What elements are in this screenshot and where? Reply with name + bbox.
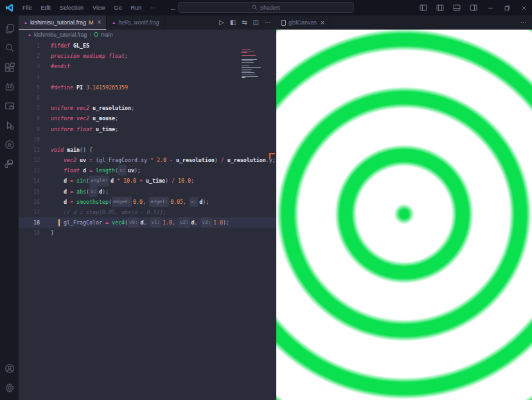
code-token: GL_ES bbox=[73, 41, 89, 51]
code-line[interactable]: 13 float d = length(x:uv); bbox=[19, 165, 276, 176]
code-token: abs bbox=[76, 186, 86, 197]
tab-close-icon[interactable]: × bbox=[98, 19, 102, 26]
open-preview-icon[interactable]: ◧ bbox=[230, 19, 236, 26]
extensions-icon[interactable] bbox=[0, 58, 19, 77]
minimap-line bbox=[242, 76, 258, 77]
code-token: float bbox=[109, 51, 125, 61]
code-line[interactable]: 19} bbox=[19, 228, 276, 238]
git-modified-badge: M bbox=[89, 19, 94, 26]
code-line[interactable]: 6 bbox=[19, 93, 276, 103]
line-number: 17 bbox=[19, 207, 51, 217]
inlay-hint: edge1: bbox=[149, 197, 169, 207]
line-number: 6 bbox=[19, 93, 51, 103]
glsl-file-icon: ▲ bbox=[24, 21, 28, 24]
code-line[interactable]: 8uniform vec2 u_mouse; bbox=[19, 113, 276, 123]
run-shader-icon[interactable]: ▷ bbox=[219, 19, 224, 26]
menu-go[interactable]: Go bbox=[109, 0, 126, 15]
code-line[interactable]: 15 d = abs(x:d); bbox=[19, 186, 276, 197]
code-token: ; bbox=[131, 103, 134, 113]
breadcrumb-file[interactable]: kishimisu_tutorial.frag bbox=[34, 32, 87, 38]
code-line[interactable]: 12 vec2 uv = (gl_FragCoord.xy * 2.0 - u_… bbox=[19, 155, 276, 165]
line-number: 9 bbox=[19, 124, 51, 134]
tab-label: glslCanvas bbox=[288, 19, 317, 26]
code-token: ; bbox=[125, 51, 128, 61]
code-line[interactable]: 18 gl_FragColor = vec4(v0:d, v1:1.0, v2:… bbox=[19, 217, 276, 228]
glsl-canvas-extension-icon[interactable] bbox=[0, 77, 19, 96]
explorer-icon[interactable] bbox=[0, 19, 19, 39]
breadcrumb: ▲ kishimisu_tutorial.frag › main bbox=[19, 30, 276, 39]
code-line[interactable]: 16 d = smoothstep(edge0:0.0, edge1:0.05,… bbox=[19, 197, 276, 207]
code-line[interactable]: 17 // d = step(0.05, abs(d - 0.5)); bbox=[19, 207, 276, 217]
code-token: float bbox=[76, 124, 93, 134]
r-language-icon[interactable]: R bbox=[0, 135, 19, 154]
code-token: length bbox=[96, 165, 115, 176]
glsl-canvas-output[interactable] bbox=[276, 30, 532, 400]
restore-icon[interactable] bbox=[499, 0, 515, 15]
toggle-panel-icon[interactable] bbox=[448, 0, 465, 15]
line-number: 8 bbox=[19, 113, 51, 123]
line-number: 12 bbox=[19, 155, 51, 165]
inlay-hint: angle: bbox=[89, 176, 109, 186]
code-editor[interactable]: 1#ifdef GL_ES2precision mediump float;3#… bbox=[19, 39, 276, 400]
code-line[interactable]: 3#endif bbox=[19, 61, 276, 71]
close-icon[interactable] bbox=[515, 0, 532, 15]
menu-more[interactable]: ⋯ bbox=[146, 0, 161, 15]
settings-gear-icon[interactable] bbox=[0, 378, 19, 397]
menu-view[interactable]: View bbox=[88, 0, 109, 15]
code-line[interactable]: 7uniform vec2 u_resolution; bbox=[19, 103, 276, 113]
inlay-hint: v3: bbox=[201, 217, 213, 228]
nav-back-icon[interactable]: ← bbox=[170, 5, 177, 12]
code-token: 1.0 bbox=[213, 217, 223, 228]
code-token bbox=[51, 165, 64, 176]
code-line[interactable]: 11void main() { bbox=[19, 145, 276, 155]
code-line[interactable]: 1#ifdef GL_ES bbox=[19, 41, 276, 51]
menu-edit[interactable]: Edit bbox=[37, 0, 56, 15]
sync-icon[interactable]: ⇆ bbox=[242, 19, 247, 26]
menu-selection[interactable]: Selection bbox=[55, 0, 88, 15]
code-line[interactable]: 10 bbox=[19, 134, 276, 145]
minimap-line bbox=[242, 77, 245, 78]
code-token: uniform bbox=[51, 103, 73, 113]
command-center[interactable]: Shaders bbox=[178, 2, 354, 13]
breadcrumb-separator: › bbox=[89, 32, 91, 38]
code-token bbox=[51, 217, 64, 228]
more-actions-icon[interactable]: ⋯ bbox=[520, 19, 527, 26]
code-lines: 1#ifdef GL_ES2precision mediump float;3#… bbox=[19, 41, 276, 239]
toggle-secondary-sidebar-icon[interactable] bbox=[465, 0, 482, 15]
search-icon[interactable] bbox=[0, 39, 19, 58]
menu-run[interactable]: Run bbox=[126, 0, 146, 15]
line-number: 14 bbox=[19, 176, 51, 186]
menu-file[interactable]: File bbox=[18, 0, 37, 15]
tab-hello-world[interactable]: ▲ hello_world.frag bbox=[107, 15, 165, 30]
code-line[interactable]: 2precision mediump float; bbox=[19, 51, 276, 61]
minimap-line bbox=[242, 69, 252, 69]
right-tab-bar: glslCanvas × ⋯ bbox=[276, 15, 532, 30]
code-token: precision bbox=[51, 51, 80, 61]
toggle-primary-sidebar-icon[interactable] bbox=[415, 0, 432, 15]
inlay-hint: edge0: bbox=[112, 197, 132, 207]
live-preview-icon[interactable] bbox=[0, 96, 19, 116]
tab-kishimisu-tutorial[interactable]: ▲ kishimisu_tutorial.frag M × bbox=[19, 15, 107, 30]
svg-text:R: R bbox=[8, 142, 12, 148]
split-editor-icon[interactable]: ◫ bbox=[253, 19, 259, 26]
run-and-debug-icon[interactable] bbox=[0, 116, 19, 135]
tab-glsl-canvas[interactable]: glslCanvas × bbox=[276, 15, 330, 30]
code-line[interactable]: 5#define PI 3.14159265359 bbox=[19, 82, 276, 93]
code-line[interactable]: 4 bbox=[19, 72, 276, 82]
code-line[interactable]: 14 d = sin(angle:d * 10.0 + u_time) / 10… bbox=[19, 176, 276, 186]
code-token: #define bbox=[51, 82, 73, 93]
inlay-hint: x: bbox=[89, 186, 98, 197]
code-token: main bbox=[67, 145, 80, 155]
tab-close-icon[interactable]: × bbox=[321, 19, 324, 26]
more-actions-icon[interactable]: ⋯ bbox=[265, 19, 271, 26]
toggle-centered-layout-icon[interactable] bbox=[432, 0, 448, 15]
code-line[interactable]: 9uniform float u_time; bbox=[19, 124, 276, 134]
code-token: ; bbox=[115, 113, 118, 123]
breadcrumb-symbol[interactable]: main bbox=[101, 32, 112, 38]
code-token: float bbox=[64, 165, 80, 176]
account-icon[interactable] bbox=[0, 359, 19, 378]
python-icon[interactable] bbox=[0, 154, 19, 174]
code-token: void bbox=[51, 145, 64, 155]
minimize-icon[interactable] bbox=[482, 0, 499, 15]
minimap[interactable] bbox=[242, 49, 268, 75]
